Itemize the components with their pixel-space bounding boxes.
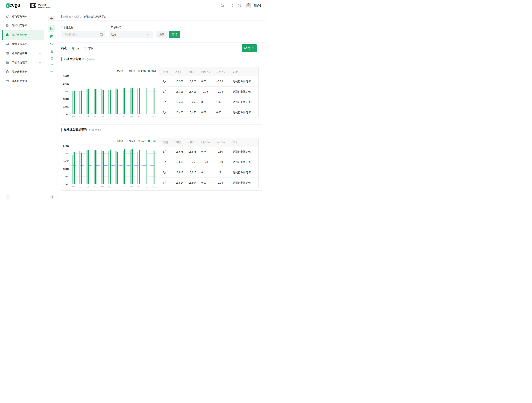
svg-text:限定值: 限定值 — [129, 70, 136, 72]
svg-text:12000: 12000 — [63, 183, 69, 185]
svg-text:12400: 12400 — [63, 106, 69, 108]
svg-text:9月: 9月 — [130, 185, 133, 188]
svg-text:5月: 5月 — [101, 115, 104, 118]
svg-text:1月: 1月 — [72, 185, 75, 188]
svg-text:2月: 2月 — [79, 115, 82, 118]
svg-text:12800: 12800 — [63, 98, 69, 100]
svg-text:1月: 1月 — [72, 115, 75, 118]
svg-text:2021: 2021 — [152, 70, 156, 72]
svg-text:13200: 13200 — [63, 90, 69, 93]
svg-text:限定值: 限定值 — [129, 140, 136, 142]
svg-text:4月: 4月 — [94, 185, 97, 188]
svg-text:5月: 5月 — [101, 185, 104, 188]
svg-text:2020: 2020 — [141, 70, 146, 72]
svg-text:2月: 2月 — [79, 185, 82, 188]
svg-text:12800: 12800 — [63, 168, 69, 170]
svg-text:先进值: 先进值 — [117, 70, 123, 72]
svg-text:2021: 2021 — [152, 140, 156, 142]
svg-text:12000: 12000 — [63, 113, 69, 115]
svg-text:10月: 10月 — [137, 185, 140, 188]
svg-text:12400: 12400 — [63, 176, 69, 178]
svg-text:6月: 6月 — [108, 115, 111, 118]
svg-text:3月: 3月 — [86, 185, 89, 188]
svg-text:9月: 9月 — [130, 115, 133, 118]
svg-text:14000: 14000 — [63, 145, 69, 147]
svg-text:11月: 11月 — [144, 115, 148, 118]
svg-text:14000: 14000 — [63, 75, 69, 77]
svg-text:8月: 8月 — [122, 115, 126, 118]
svg-text:13600: 13600 — [63, 83, 69, 85]
svg-text:6月: 6月 — [108, 185, 111, 188]
svg-text:2020: 2020 — [141, 140, 146, 142]
svg-text:7月: 7月 — [115, 185, 118, 188]
svg-text:12月: 12月 — [152, 185, 156, 188]
svg-text:4月: 4月 — [94, 115, 97, 118]
svg-text:10月: 10月 — [137, 115, 140, 118]
svg-text:3月: 3月 — [86, 115, 89, 118]
svg-text:12月: 12月 — [152, 115, 156, 118]
svg-text:先进值: 先进值 — [117, 140, 123, 142]
svg-text:7月: 7月 — [115, 115, 118, 118]
svg-text:13200: 13200 — [63, 160, 69, 162]
svg-text:8月: 8月 — [122, 185, 126, 188]
svg-text:11月: 11月 — [144, 185, 148, 188]
svg-text:13600: 13600 — [63, 152, 69, 155]
